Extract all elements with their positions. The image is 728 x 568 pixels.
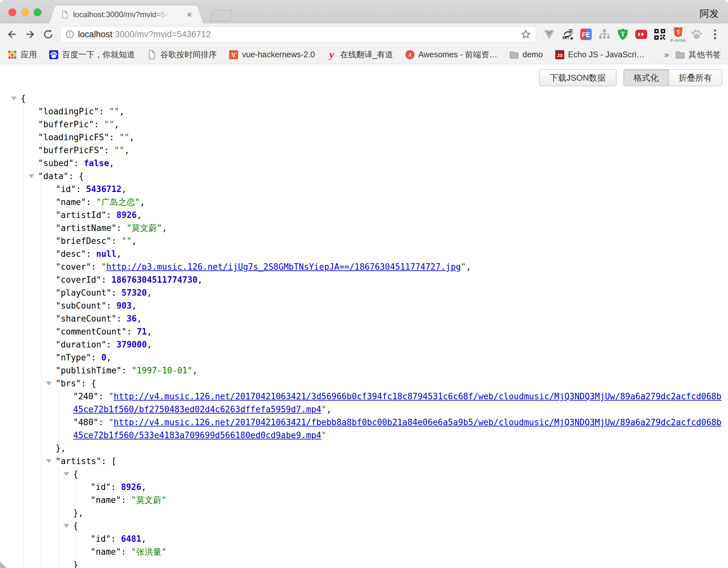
tab-close-icon[interactable]: × [186, 10, 192, 19]
bookmark-item[interactable]: Vvue-hackernews-2.0 [228, 50, 315, 60]
html5-player-icon[interactable]: 5PLAYER [671, 26, 685, 43]
json-node: "desc": null, [56, 247, 724, 260]
bookmark-star-button[interactable] [520, 29, 531, 40]
json-punct: , [197, 275, 203, 285]
json-line: "id": 8926, [91, 481, 724, 494]
json-node: "loadingPicFS": "", [38, 131, 724, 144]
bookmark-item[interactable]: 百度一下，你就知道 [49, 49, 135, 60]
json-value: "莫文蔚" [127, 223, 162, 233]
json-value: "莫文蔚" [131, 495, 166, 505]
json-node: "480": "http://v4.music.126.net/20170421… [73, 416, 724, 442]
new-tab-button[interactable] [209, 10, 233, 21]
json-punct: , [132, 236, 137, 246]
json-quote: " [321, 430, 326, 440]
json-key: "loadingPic" [38, 106, 99, 116]
json-link[interactable]: http://v4.music.126.net/20170421063421/f… [73, 418, 722, 440]
json-key: "commentCount" [56, 327, 127, 337]
json-quote: " [101, 262, 106, 272]
json-punct: { [21, 94, 26, 103]
collapse-toggle-icon[interactable] [11, 96, 17, 100]
download-json-button[interactable]: 下载JSON数据 [539, 69, 616, 86]
vue-devtools-icon[interactable] [542, 26, 556, 43]
json-node: "duration": 379000, [56, 338, 724, 351]
browser-tab[interactable]: localhost:3000/mv?mvid=5436712 × [57, 5, 195, 24]
bookmark-label: 应用 [21, 49, 37, 60]
bookmark-item[interactable]: demo [509, 50, 543, 60]
json-value: "" [104, 119, 114, 129]
svg-text:FE: FE [582, 31, 590, 38]
json-line: "bufferPic": "", [38, 118, 724, 131]
json-punct: : [127, 327, 137, 337]
svg-text:JS: JS [557, 52, 563, 58]
json-punct: : [111, 482, 121, 492]
json-punct: } [73, 560, 78, 568]
json-line: }, [73, 507, 724, 519]
json-node: "coverId": 18676304511774730, [56, 273, 724, 286]
json-punct: , [137, 314, 142, 324]
other-bookmarks-button[interactable]: 其他书签 [675, 49, 721, 60]
minimize-window-button[interactable] [21, 8, 29, 16]
toolbar: localhost:3000/mv?mvid=5436712 en英FET5PL… [0, 23, 728, 45]
collapse-toggle-icon[interactable] [63, 472, 69, 476]
youdao-translate-icon[interactable]: en英 [560, 26, 575, 43]
json-children: "id": 6481,"name": "张洪量" [76, 532, 724, 558]
bookmarks-overflow-chevron[interactable]: » [664, 50, 669, 60]
qr-code-icon[interactable] [653, 26, 667, 43]
page-icon [147, 50, 157, 60]
json-key: "name" [91, 495, 121, 505]
bookmark-item[interactable]: y在线翻译_有道 [326, 49, 393, 60]
bookmark-item[interactable]: 应用 [7, 49, 37, 60]
fast-forward-icon[interactable] [634, 26, 648, 43]
address-bar[interactable]: localhost:3000/mv?mvid=5436712 [60, 26, 536, 42]
overflow-menu-icon[interactable] [708, 26, 722, 43]
json-node: "id": 5436712, [56, 183, 724, 195]
fe-icon[interactable]: FE [579, 26, 593, 43]
bookmark-item[interactable]: 谷歌按时间排序 [147, 49, 217, 60]
json-punct: , [147, 327, 152, 337]
json-punct: : [109, 132, 119, 142]
sitemap-icon[interactable] [597, 26, 612, 43]
json-node: "subCount": 903, [56, 299, 724, 312]
json-key: "name" [91, 547, 121, 557]
collapse-toggle-icon[interactable] [28, 174, 34, 178]
json-value: false [84, 158, 109, 168]
json-punct: , [106, 353, 112, 362]
bookmark-label: Echo JS - JavaScri… [568, 50, 645, 59]
collapse-all-button[interactable]: 折叠所有 [668, 70, 722, 86]
json-line: "duration": 379000, [56, 338, 724, 351]
json-value: 5436712 [86, 184, 122, 194]
json-punct: , [147, 340, 152, 350]
json-link[interactable]: http://v4.music.126.net/20170421063421/3… [73, 392, 722, 414]
bookmark-item[interactable]: AAwesomes - 前端资… [405, 49, 497, 60]
json-line: "nType": 0, [56, 351, 724, 364]
url-host: localhost [78, 29, 113, 39]
collapse-toggle-icon[interactable] [46, 382, 52, 385]
json-punct: : [106, 210, 116, 220]
json-punct: { [79, 171, 84, 181]
collapse-toggle-icon[interactable] [46, 459, 52, 463]
zoom-window-button[interactable] [34, 8, 41, 16]
json-node: "name": "张洪量" [91, 545, 724, 558]
forward-button[interactable] [24, 28, 36, 40]
bookmark-item[interactable]: JSEcho JS - JavaScri… [555, 50, 645, 60]
json-value: "1997-10-01" [132, 366, 193, 375]
json-key: "duration" [56, 340, 106, 350]
format-button[interactable]: 格式化 [624, 70, 668, 86]
back-button[interactable] [6, 28, 18, 40]
url-text[interactable]: localhost:3000/mv?mvid=5436712 [78, 29, 517, 39]
json-line: "desc": null, [56, 247, 724, 260]
page-info-icon[interactable] [65, 29, 75, 39]
profile-name[interactable]: 阿发 [700, 7, 719, 20]
close-window-button[interactable] [8, 8, 16, 16]
collapse-toggle-icon[interactable] [63, 524, 69, 528]
json-key: "id" [56, 184, 76, 194]
json-node: "cover": "http://p3.music.126.net/ijUg7s… [56, 260, 724, 273]
json-punct: }, [73, 508, 83, 518]
paw-icon[interactable] [689, 26, 704, 43]
svg-text:A: A [408, 52, 412, 58]
json-link[interactable]: http://p3.music.126.net/ijUg7s_2S8GMbTNs… [106, 262, 461, 272]
json-node: "nType": 0, [56, 351, 724, 364]
reload-button[interactable] [42, 28, 54, 40]
json-punct: : [121, 495, 131, 505]
shield-t-icon[interactable]: T [616, 26, 630, 43]
